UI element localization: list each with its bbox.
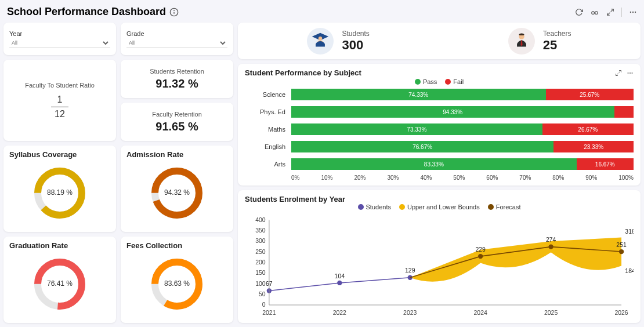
expand-icon[interactable]	[615, 70, 622, 77]
bar-row: Arts 83.33% 16.67%	[245, 157, 634, 171]
ratio-value: 1 12	[51, 95, 68, 119]
ratio-label: Faculty To Student Ratio	[25, 82, 95, 89]
performance-xaxis: 0%10%20%30%40%50%60%70%80%90%100%	[291, 175, 634, 181]
svg-point-22	[628, 72, 629, 74]
svg-text:100: 100	[255, 281, 266, 287]
svg-text:250: 250	[255, 249, 266, 255]
donut-title: Admission Rate	[126, 150, 227, 159]
svg-text:184: 184	[625, 268, 634, 274]
donut-chart-syllabus: 88.19 %	[9, 159, 110, 227]
svg-text:2024: 2024	[474, 310, 487, 316]
svg-point-5	[630, 11, 631, 12]
donut-title: Fees Collection	[126, 241, 227, 250]
teacher-avatar-icon	[508, 28, 535, 54]
svg-point-7	[635, 11, 636, 12]
admission-rate-card: Admission Rate 94.32 %	[121, 146, 233, 232]
performance-legend: PassFail	[245, 78, 634, 85]
student-avatar-icon	[307, 28, 334, 54]
svg-point-2	[174, 10, 175, 11]
svg-text:2025: 2025	[544, 310, 558, 316]
faculty-retention-value: 91.65 %	[155, 120, 198, 133]
svg-text:2021: 2021	[262, 310, 276, 316]
expand-icon[interactable]	[606, 8, 614, 16]
bar-row: Phys. Ed 94.33%	[245, 105, 634, 119]
page-title: School Performance Dashboard	[7, 6, 179, 18]
svg-text:2023: 2023	[403, 310, 417, 316]
svg-text:274: 274	[546, 237, 556, 243]
students-label: Students	[342, 30, 369, 38]
teachers-value: 25	[543, 38, 571, 53]
svg-text:76.41 %: 76.41 %	[47, 279, 73, 288]
title-text: School Performance Dashboard	[7, 6, 166, 18]
kpi-students: Students 300	[307, 28, 369, 54]
svg-text:300: 300	[255, 238, 266, 244]
performance-bars: Science 74.33% 25.67% Phys. Ed 94.33% Ma…	[245, 88, 634, 175]
svg-text:150: 150	[255, 270, 266, 276]
performance-panel: Student Performance by Subject PassFail …	[238, 64, 641, 186]
legend-item[interactable]: Fail	[445, 78, 464, 85]
svg-text:251: 251	[616, 242, 627, 248]
svg-point-42	[337, 281, 342, 285]
svg-point-23	[629, 72, 631, 74]
students-retention-label: Students Retention	[150, 68, 204, 75]
donut-title: Graduation Rate	[9, 241, 110, 250]
svg-point-50	[619, 249, 624, 254]
legend-item[interactable]: Pass	[415, 78, 437, 85]
header-actions	[575, 8, 637, 17]
svg-text:229: 229	[475, 246, 486, 253]
svg-text:83.63 %: 83.63 %	[164, 279, 190, 288]
svg-point-20	[319, 37, 322, 40]
filter-year-select[interactable]: All	[9, 39, 110, 48]
svg-text:2026: 2026	[614, 310, 628, 316]
svg-text:94.32 %: 94.32 %	[164, 188, 190, 197]
teachers-label: Teachers	[543, 30, 571, 38]
filter-year-label: Year	[9, 30, 110, 37]
svg-point-4	[595, 11, 598, 14]
bar-row: English 76.67% 23.33%	[245, 140, 634, 154]
svg-point-46	[478, 254, 483, 259]
kpi-teachers: Teachers 25	[508, 28, 571, 54]
more-icon[interactable]	[627, 70, 634, 77]
svg-point-24	[632, 72, 633, 74]
faculty-student-ratio-card: Faculty To Student Ratio 1 12	[3, 60, 116, 141]
info-icon[interactable]	[169, 8, 179, 17]
filter-grade-label: Grade	[126, 30, 227, 37]
faculty-retention-card: Faculty Retention 91.65 %	[121, 103, 233, 141]
donut-chart-fees: 83.63 %	[126, 250, 227, 318]
filter-grade-select[interactable]: All	[126, 39, 227, 48]
enrolment-title: Students Enrolment by Year	[245, 195, 634, 204]
svg-text:400: 400	[255, 217, 266, 223]
svg-point-48	[548, 244, 553, 249]
filter-year-card: Year All	[3, 23, 116, 55]
legend-item[interactable]: Students	[358, 204, 391, 210]
svg-text:350: 350	[255, 227, 266, 234]
syllabus-coverage-card: Syllabus Coverage 88.19 %	[3, 146, 116, 232]
students-retention-value: 91.32 %	[155, 77, 198, 90]
glasses-icon[interactable]	[590, 8, 599, 16]
refresh-icon[interactable]	[575, 8, 583, 16]
top-kpi-card: Students 300 Teachers 25	[238, 23, 641, 59]
svg-text:88.19 %: 88.19 %	[47, 188, 73, 197]
svg-text:0: 0	[262, 301, 266, 308]
donut-chart-admission: 94.32 %	[126, 159, 227, 227]
fees-collection-card: Fees Collection 83.63 %	[121, 237, 233, 323]
students-value: 300	[342, 38, 369, 53]
bar-row: Maths 73.33% 26.67%	[245, 122, 634, 136]
enrolment-panel: Students Enrolment by Year StudentsUpper…	[238, 190, 641, 323]
svg-text:50: 50	[259, 291, 266, 297]
more-icon[interactable]	[629, 8, 637, 16]
svg-text:200: 200	[255, 259, 266, 266]
faculty-retention-label: Faculty Retention	[152, 111, 202, 118]
legend-item[interactable]: Forecast	[488, 204, 521, 210]
legend-item[interactable]: Upper and Lower Bounds	[399, 204, 480, 210]
svg-point-3	[592, 11, 595, 14]
svg-text:2022: 2022	[333, 310, 346, 316]
svg-text:104: 104	[335, 273, 345, 279]
bar-row: Science 74.33% 25.67%	[245, 88, 634, 101]
svg-point-6	[632, 11, 634, 12]
performance-title: Student Performance by Subject	[245, 68, 361, 77]
dashboard-header: School Performance Dashboard	[3, 3, 641, 23]
filter-grade-card: Grade All	[121, 23, 233, 55]
donut-chart-graduation: 76.41 %	[9, 250, 110, 318]
graduation-rate-card: Graduation Rate 76.41 %	[3, 237, 116, 323]
